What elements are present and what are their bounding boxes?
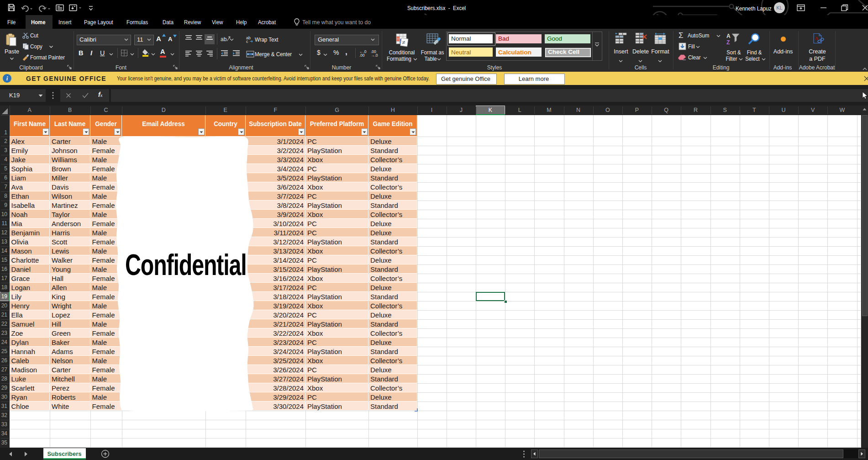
svg-text:A: A — [815, 36, 818, 41]
svg-text:c: c — [246, 39, 248, 44]
svg-text:Z: Z — [726, 39, 730, 46]
svg-text:ab: ab — [221, 36, 227, 42]
svg-text:.00: .00 — [359, 53, 365, 58]
svg-text:→.0: →.0 — [371, 53, 378, 58]
svg-text:A: A — [726, 33, 731, 39]
